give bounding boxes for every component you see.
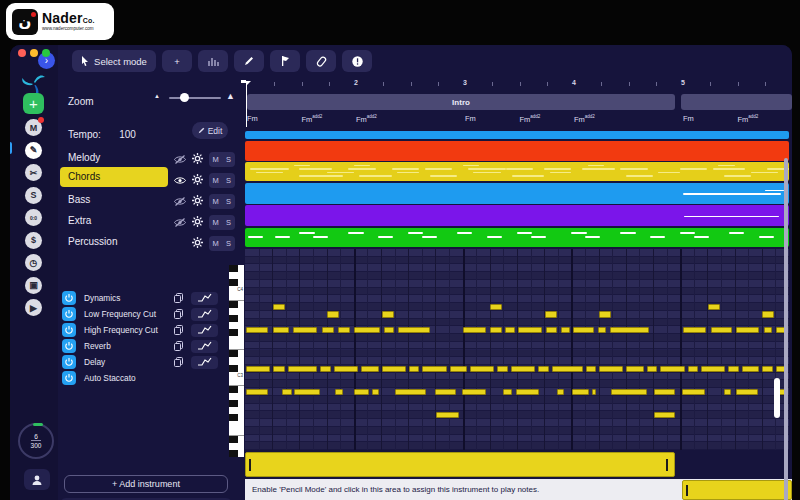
- link-tool-button[interactable]: [306, 50, 336, 72]
- zoom-slider[interactable]: [169, 97, 221, 99]
- midi-note[interactable]: [334, 366, 358, 372]
- midi-note[interactable]: [422, 366, 446, 372]
- midi-note[interactable]: [398, 327, 431, 333]
- track-settings-button[interactable]: [192, 213, 203, 231]
- midi-note[interactable]: [683, 327, 706, 333]
- midi-note[interactable]: [361, 366, 379, 372]
- effect-automation-button[interactable]: [191, 292, 218, 305]
- track-name[interactable]: Bass: [68, 194, 90, 205]
- midi-note[interactable]: [742, 366, 760, 372]
- edit-tempo-button[interactable]: Edit: [192, 122, 228, 139]
- midi-note[interactable]: [598, 327, 606, 333]
- mute-button[interactable]: M: [209, 197, 222, 206]
- pencil-mode-button[interactable]: [234, 50, 264, 72]
- track-name[interactable]: Melody: [68, 152, 100, 163]
- midi-note[interactable]: [701, 366, 725, 372]
- effect-power-button[interactable]: [62, 371, 76, 385]
- midi-note[interactable]: [586, 366, 597, 372]
- midi-note[interactable]: [711, 327, 733, 333]
- midi-note[interactable]: [546, 327, 557, 333]
- midi-note[interactable]: [708, 304, 720, 310]
- midi-note[interactable]: [288, 366, 318, 372]
- camera-app-icon[interactable]: ▣: [25, 277, 42, 294]
- new-project-button[interactable]: +: [23, 93, 44, 114]
- midi-note[interactable]: [762, 366, 773, 372]
- midi-note[interactable]: [660, 366, 684, 372]
- solo-button[interactable]: S: [222, 239, 235, 248]
- effect-power-button[interactable]: [62, 323, 76, 337]
- midi-note[interactable]: [516, 389, 539, 395]
- lane-melody[interactable]: [245, 141, 789, 161]
- timer-app-icon[interactable]: 0:0: [25, 209, 42, 226]
- effect-automation-button[interactable]: [191, 340, 218, 353]
- midi-note[interactable]: [294, 389, 320, 395]
- mute-solo-buttons[interactable]: MS: [209, 215, 235, 230]
- midi-note[interactable]: [372, 389, 379, 395]
- solo-button[interactable]: S: [222, 218, 235, 227]
- midi-note[interactable]: [545, 311, 557, 317]
- midi-note[interactable]: [724, 389, 731, 395]
- midi-note[interactable]: [728, 366, 739, 372]
- lane-chords[interactable]: [245, 162, 789, 181]
- midi-note[interactable]: [320, 366, 331, 372]
- track-row-chords[interactable]: ChordsMS: [58, 169, 235, 190]
- flag-tool-button[interactable]: [270, 50, 300, 72]
- mute-button[interactable]: M: [209, 176, 222, 185]
- midi-note[interactable]: [736, 327, 759, 333]
- midi-note[interactable]: [682, 389, 705, 395]
- lane-percussion[interactable]: [245, 228, 789, 247]
- midi-note[interactable]: [736, 389, 758, 395]
- clock-app-icon[interactable]: ◷: [25, 254, 42, 271]
- visibility-toggle[interactable]: [174, 213, 186, 231]
- vertical-scrollbar[interactable]: [784, 158, 788, 500]
- midi-note[interactable]: [557, 389, 564, 395]
- midi-note[interactable]: [592, 389, 596, 395]
- select-mode-button[interactable]: Select mode: [72, 50, 156, 72]
- midi-note[interactable]: [654, 389, 676, 395]
- visibility-toggle[interactable]: [174, 150, 186, 168]
- midi-note[interactable]: [382, 366, 406, 372]
- effect-automation-button[interactable]: [191, 356, 218, 369]
- midi-note[interactable]: [273, 327, 289, 333]
- lane-melody-strip[interactable]: [245, 131, 789, 139]
- effect-automation-button[interactable]: [191, 324, 218, 337]
- midi-note[interactable]: [246, 327, 269, 333]
- midi-note[interactable]: [462, 389, 486, 395]
- midi-note[interactable]: [246, 389, 269, 395]
- midi-note[interactable]: [647, 366, 658, 372]
- timeline-ruler[interactable]: 2345: [235, 78, 792, 92]
- track-settings-button[interactable]: [192, 171, 203, 189]
- midi-note[interactable]: [688, 366, 699, 372]
- midi-note[interactable]: [561, 327, 570, 333]
- midi-note[interactable]: [382, 311, 394, 317]
- midi-note[interactable]: [246, 366, 270, 372]
- midi-note[interactable]: [273, 304, 285, 310]
- zoom-out-icon[interactable]: ▲: [154, 93, 160, 99]
- effect-automation-button[interactable]: [191, 308, 218, 321]
- solo-button[interactable]: S: [222, 176, 235, 185]
- zoom-window-button[interactable]: [42, 49, 50, 57]
- midi-note[interactable]: [511, 366, 535, 372]
- track-row-extra[interactable]: ExtraMS: [58, 211, 235, 232]
- mute-button[interactable]: M: [209, 218, 222, 227]
- add-instrument-button[interactable]: + Add instrument: [64, 475, 228, 493]
- play-app-icon[interactable]: ▶: [25, 299, 42, 316]
- chart-button[interactable]: [198, 50, 228, 72]
- track-settings-button[interactable]: [192, 234, 203, 252]
- midi-note[interactable]: [435, 389, 457, 395]
- mute-solo-buttons[interactable]: MS: [209, 236, 235, 251]
- midi-note[interactable]: [503, 389, 512, 395]
- midi-note[interactable]: [470, 366, 494, 372]
- track-settings-button[interactable]: [192, 150, 203, 168]
- midi-note[interactable]: [611, 389, 646, 395]
- midi-note[interactable]: [599, 311, 611, 317]
- account-button[interactable]: [24, 469, 50, 490]
- midi-note[interactable]: [599, 366, 623, 372]
- mute-solo-buttons[interactable]: MS: [209, 194, 235, 209]
- midi-note[interactable]: [573, 327, 593, 333]
- track-row-percussion[interactable]: PercussionMS: [58, 232, 235, 253]
- mute-button[interactable]: M: [209, 155, 222, 164]
- visibility-toggle[interactable]: [174, 171, 186, 189]
- edit-app-icon[interactable]: ✎: [25, 142, 42, 159]
- midi-note[interactable]: [322, 327, 334, 333]
